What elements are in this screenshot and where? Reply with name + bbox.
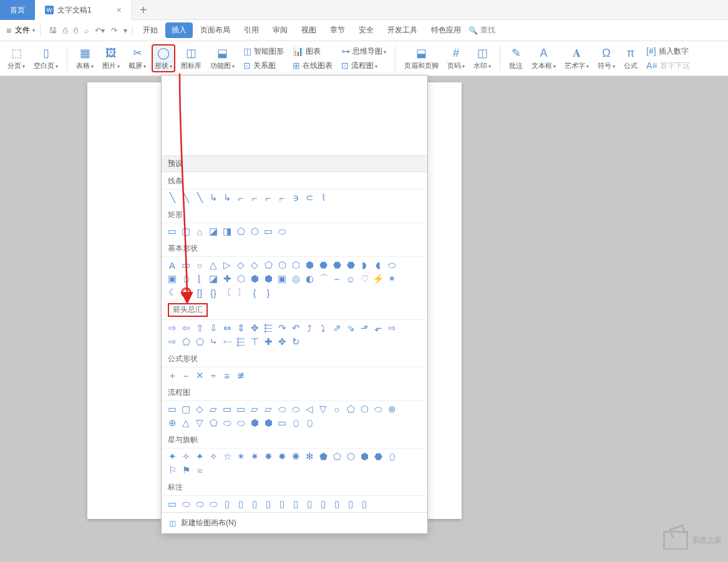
shape-item[interactable]: {} [208, 287, 219, 298]
rb-picture[interactable]: 🖼图片 [100, 45, 122, 72]
print-icon[interactable]: ⎙ [74, 26, 78, 35]
shape-item[interactable]: ☺ [345, 273, 356, 284]
rb-icon-lib[interactable]: ◫图标库 [178, 45, 204, 72]
shape-item[interactable]: ⬢ [249, 417, 260, 429]
rb-shapes[interactable]: ◯形状 [152, 45, 175, 72]
shape-item[interactable]: ⬢ [263, 417, 274, 429]
shape-item[interactable]: ⌐ [249, 192, 260, 203]
shape-item[interactable]: ⬭ [386, 259, 397, 271]
shape-item[interactable]: ✚ [221, 273, 233, 284]
shape-item[interactable]: ⬠ [263, 259, 274, 271]
shape-item[interactable]: ⬭ [290, 404, 301, 415]
close-icon[interactable]: × [117, 5, 122, 15]
find-icon[interactable]: ⌕ [84, 26, 89, 35]
shape-item[interactable]: ⌢ [331, 273, 342, 284]
shape-item[interactable]: } [263, 287, 274, 298]
shape-item[interactable]: ▭ [167, 404, 178, 415]
menu-search[interactable]: 🔍 查找 [468, 25, 495, 36]
more-qat-icon[interactable]: ▾ [124, 26, 127, 35]
shape-item[interactable]: ⬣ [318, 259, 329, 271]
shape-item[interactable]: ▭ [221, 404, 233, 415]
shape-item[interactable]: ⬱ [235, 336, 246, 347]
shape-item[interactable]: ✶ [235, 451, 246, 462]
shape-item[interactable]: ⊤ [249, 336, 260, 347]
shape-item[interactable]: ◪ [208, 273, 219, 284]
shape-item[interactable]: ◁ [304, 404, 315, 415]
shape-item[interactable]: ♡ [359, 273, 370, 284]
shape-item[interactable]: ⬯ [386, 451, 397, 462]
shape-item[interactable]: ▯ [263, 498, 274, 510]
shape-item[interactable]: ✶ [386, 273, 397, 284]
shape-item[interactable]: ⬣ [331, 259, 342, 271]
shape-item[interactable]: ⇧ [194, 322, 205, 334]
shape-item[interactable]: ▣ [276, 273, 288, 284]
shape-item[interactable]: ⚑ [180, 465, 192, 476]
tab-add[interactable]: + [132, 0, 155, 20]
shape-item[interactable]: ⬳ [221, 336, 233, 347]
shape-item[interactable]: ⇘ [345, 322, 356, 334]
shape-item[interactable]: ✹ [276, 451, 288, 462]
shape-item[interactable]: ↳ [208, 192, 219, 203]
shape-item[interactable]: ≡ [221, 370, 233, 381]
shape-item[interactable]: ✷ [249, 451, 260, 462]
shape-item[interactable]: ✸ [263, 451, 274, 462]
shape-item[interactable]: ⬭ [208, 498, 219, 510]
shape-item[interactable]: ▯ [235, 498, 246, 510]
shape-item[interactable]: ⬡ [249, 226, 260, 237]
shape-item[interactable]: ▭ [167, 226, 178, 237]
shape-item[interactable]: ✦ [167, 451, 178, 462]
rb-formula[interactable]: π公式 [621, 45, 640, 72]
shape-item[interactable]: ⚡ [372, 273, 384, 284]
shape-item[interactable]: ⇨ [167, 322, 178, 334]
shape-item[interactable]: ⬣ [372, 451, 384, 462]
shape-item[interactable]: ▭ [263, 226, 274, 237]
rb-insert-number[interactable]: [#]插入数字 [644, 45, 692, 58]
rb-watermark[interactable]: ◫水印 [471, 45, 493, 72]
shape-item[interactable]: ◇ [194, 404, 205, 415]
rb-function-chart[interactable]: ⬓功能图 [208, 45, 237, 72]
shape-item[interactable]: ▱ [249, 404, 260, 415]
shape-item[interactable]: ▭ [167, 498, 178, 510]
shape-item[interactable]: 〕 [235, 287, 246, 298]
shape-item[interactable]: ⇨ [386, 322, 397, 334]
shape-item[interactable]: ⬡ [276, 259, 288, 271]
shape-item[interactable]: ⇗ [331, 322, 342, 334]
shape-item[interactable]: ⌐ [276, 192, 288, 203]
shape-item[interactable]: ⬯ [180, 273, 192, 284]
shape-item[interactable]: ⬡ [290, 259, 301, 271]
shape-item[interactable]: ⬠ [331, 451, 342, 462]
shape-item[interactable]: ⬯ [290, 417, 301, 429]
shape-item[interactable]: ▯ [249, 498, 260, 510]
undo-icon[interactable]: ↶▾ [95, 26, 105, 35]
rb-drop-cap[interactable]: A≡首字下沉 [644, 59, 692, 72]
shape-item[interactable]: ↻ [290, 336, 301, 347]
shape-item[interactable]: ⌂ [194, 226, 205, 237]
shape-item[interactable]: A [167, 259, 178, 271]
shape-item[interactable]: ⇨ [167, 336, 178, 347]
shape-item[interactable]: ⬡ [345, 451, 356, 462]
shape-item[interactable]: ⬭ [180, 498, 192, 510]
rb-page-break[interactable]: ⬚分页 [5, 45, 27, 72]
shape-item[interactable]: ÷ [208, 370, 219, 381]
shape-item[interactable]: ✺ [290, 451, 301, 462]
shape-item[interactable]: ⬠ [194, 336, 205, 347]
rb-flowchart[interactable]: ⊡流程图 [339, 59, 389, 72]
shape-item[interactable]: ⇩ [208, 322, 219, 334]
menu-review[interactable]: 审阅 [266, 22, 294, 38]
rb-header-footer[interactable]: ⬓页眉和页脚 [402, 45, 441, 72]
rb-mindmap[interactable]: ⊶思维导图 [339, 45, 389, 58]
shape-item[interactable]: ⬣ [345, 259, 356, 271]
shape-item[interactable]: ▯ [331, 498, 342, 510]
rb-annotation[interactable]: ✎批注 [507, 45, 525, 72]
rb-online-chart[interactable]: ⊞在线图表 [290, 59, 335, 72]
shape-item[interactable]: ╲ [194, 192, 205, 203]
shape-item[interactable]: ⤷ [208, 336, 219, 347]
shape-item[interactable]: ⬟ [318, 451, 329, 462]
shape-item[interactable]: ↷ [276, 322, 288, 334]
shape-item[interactable]: ⬢ [359, 451, 370, 462]
shape-item[interactable]: ⤴ [304, 322, 315, 334]
shape-item[interactable]: ◎ [290, 273, 301, 284]
shape-item[interactable]: ▯ [345, 498, 356, 510]
shape-item[interactable]: ⬭ [276, 404, 288, 415]
hamburger-icon[interactable]: ≡ [6, 26, 14, 36]
